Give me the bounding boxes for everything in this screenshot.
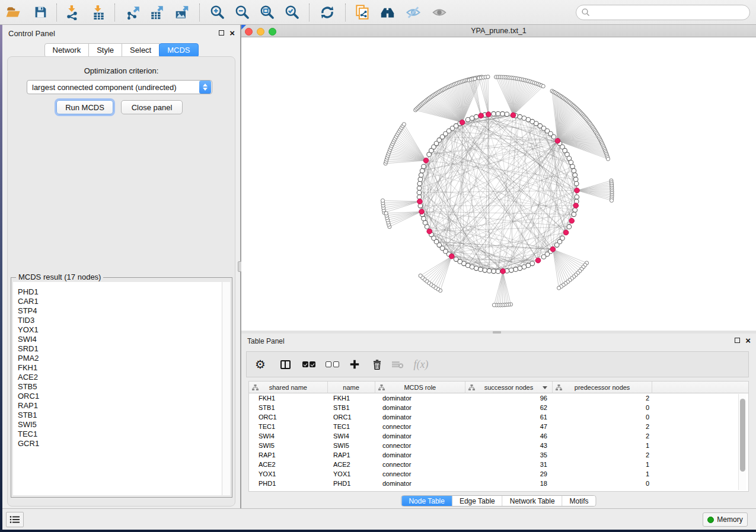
network-leaf-node[interactable] xyxy=(492,303,496,307)
table-cell[interactable]: TEC1 xyxy=(249,422,328,431)
network-node[interactable] xyxy=(572,168,576,173)
network-hub-node[interactable] xyxy=(427,229,432,234)
tab-select[interactable]: Select xyxy=(122,43,160,57)
network-node[interactable] xyxy=(479,267,483,272)
network-node[interactable] xyxy=(551,134,556,139)
table-cell[interactable]: connector xyxy=(375,469,466,479)
network-canvas[interactable] xyxy=(241,37,756,331)
network-node[interactable] xyxy=(518,114,522,119)
network-leaf-node[interactable] xyxy=(384,211,388,215)
table-close-panel-icon[interactable]: × xyxy=(745,338,751,343)
network-node[interactable] xyxy=(422,164,426,169)
table-row[interactable]: ACE2ACE2connector311 xyxy=(249,460,748,469)
table-cell[interactable]: PHD1 xyxy=(328,479,375,488)
table-cell[interactable]: dominator xyxy=(375,479,466,488)
show-all-eye-icon[interactable] xyxy=(429,2,449,23)
network-leaf-node[interactable] xyxy=(557,286,561,290)
minimize-window-traffic-light[interactable] xyxy=(257,28,264,36)
table-cell[interactable]: STB1 xyxy=(328,403,375,412)
table-row[interactable]: PHD1PHD1dominator180 xyxy=(249,479,748,488)
tab-network[interactable]: Network xyxy=(44,43,89,57)
network-node[interactable] xyxy=(422,216,426,221)
export-table-icon[interactable] xyxy=(147,2,167,23)
network-node[interactable] xyxy=(487,268,492,273)
column-header-successor-nodes[interactable]: successor nodes xyxy=(465,382,553,393)
network-node[interactable] xyxy=(570,164,575,169)
mcds-result-item[interactable]: STP4 xyxy=(13,306,230,316)
table-cell[interactable]: 96 xyxy=(466,393,553,403)
network-hub-node[interactable] xyxy=(500,269,506,274)
network-node[interactable] xyxy=(492,269,496,274)
import-table-icon[interactable] xyxy=(88,2,109,23)
network-node[interactable] xyxy=(574,181,579,186)
network-leaf-node[interactable] xyxy=(419,274,422,277)
table-cell[interactable]: 46 xyxy=(466,431,553,441)
column-header-MCDS-role[interactable]: MCDS role xyxy=(375,382,466,393)
network-hub-node[interactable] xyxy=(449,254,455,259)
table-cell[interactable]: dominator xyxy=(375,450,466,460)
network-hub-node[interactable] xyxy=(423,158,429,164)
network-hub-node[interactable] xyxy=(419,209,425,214)
close-panel-icon[interactable]: × xyxy=(229,30,235,36)
table-cell[interactable]: SWI4 xyxy=(328,431,375,441)
network-leaf-node[interactable] xyxy=(486,75,490,79)
table-cell[interactable]: 61 xyxy=(466,412,553,422)
export-network-icon[interactable] xyxy=(123,2,143,23)
table-cell[interactable]: 1 xyxy=(553,460,653,469)
add-column-icon[interactable] xyxy=(343,351,366,377)
mcds-result-item[interactable]: RAP1 xyxy=(13,401,230,411)
network-hub-node[interactable] xyxy=(460,120,465,125)
network-node[interactable] xyxy=(567,225,572,229)
table-cell[interactable]: 1 xyxy=(553,441,653,450)
tab-style[interactable]: Style xyxy=(88,43,122,57)
network-node[interactable] xyxy=(573,177,578,182)
table-cell[interactable]: 31 xyxy=(466,460,553,469)
network-hub-node[interactable] xyxy=(555,138,560,143)
network-hub-node[interactable] xyxy=(550,246,556,252)
mcds-result-item[interactable]: TEC1 xyxy=(13,430,230,439)
clone-network-icon[interactable] xyxy=(352,2,372,23)
delete-column-trash-icon[interactable] xyxy=(366,351,388,377)
network-node[interactable] xyxy=(575,195,579,200)
network-leaf-node[interactable] xyxy=(381,199,384,203)
deselect-all-icon[interactable] xyxy=(321,351,343,377)
network-node[interactable] xyxy=(496,269,500,274)
table-cell[interactable]: 18 xyxy=(466,479,553,488)
show-columns-icon[interactable] xyxy=(274,351,296,377)
mcds-result-item[interactable]: YOX1 xyxy=(13,325,230,335)
memory-button[interactable]: Memory xyxy=(703,512,748,527)
table-cell[interactable]: dominator xyxy=(375,412,466,422)
run-mcds-button[interactable]: Run MCDS xyxy=(56,100,113,114)
mcds-result-item[interactable]: CAR1 xyxy=(13,297,230,306)
open-file-icon[interactable] xyxy=(3,2,23,23)
network-node[interactable] xyxy=(573,208,578,213)
network-hub-node[interactable] xyxy=(573,203,579,209)
column-header-name[interactable]: name xyxy=(328,382,375,393)
network-node[interactable] xyxy=(518,266,522,271)
refresh-layout-icon[interactable] xyxy=(317,2,337,23)
table-cell[interactable]: 62 xyxy=(466,403,553,412)
search-input[interactable] xyxy=(576,5,750,20)
network-node[interactable] xyxy=(509,268,514,273)
table-cell[interactable]: STB1 xyxy=(249,403,328,412)
network-hub-node[interactable] xyxy=(479,113,484,118)
hide-selected-eye-icon[interactable] xyxy=(403,2,423,23)
network-hub-node[interactable] xyxy=(575,188,580,193)
table-cell[interactable]: connector xyxy=(375,460,466,469)
mcds-result-item[interactable]: PHD1 xyxy=(13,287,230,297)
network-hub-node[interactable] xyxy=(535,258,541,263)
network-node[interactable] xyxy=(417,190,422,195)
mcds-result-item[interactable]: ACE2 xyxy=(13,373,230,382)
network-node[interactable] xyxy=(522,265,527,270)
task-history-button[interactable] xyxy=(6,512,24,527)
table-cell[interactable]: 2 xyxy=(553,431,653,441)
network-leaf-node[interactable] xyxy=(541,84,545,88)
table-cell[interactable]: RAP1 xyxy=(249,450,328,460)
network-node[interactable] xyxy=(496,111,500,116)
table-row[interactable]: TEC1TEC1connector472 xyxy=(249,422,748,431)
maximize-window-traffic-light[interactable] xyxy=(269,28,276,36)
network-hub-node[interactable] xyxy=(486,112,492,117)
table-options-gear-icon[interactable]: ⚙ xyxy=(247,351,274,377)
network-node[interactable] xyxy=(454,257,458,262)
network-node[interactable] xyxy=(554,243,559,248)
